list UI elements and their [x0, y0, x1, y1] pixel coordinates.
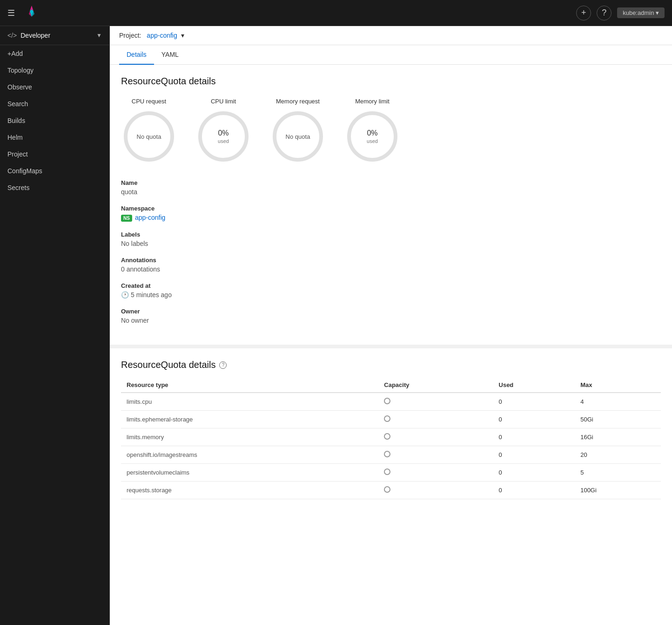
cell-resource: openshift.io/imagestreams: [121, 446, 378, 464]
cell-resource: limits.cpu: [121, 393, 378, 411]
field-created-at-value: 🕐5 minutes ago: [121, 291, 661, 299]
gauge-cpu-limit-text: 0% used: [218, 129, 229, 144]
project-prefix: Project:: [119, 32, 141, 39]
details-section: ResourceQuota details CPU request No quo…: [110, 65, 672, 345]
table-header-row: Resource type Capacity Used Max: [121, 378, 661, 393]
cell-used: 0: [493, 393, 575, 411]
details-title: ResourceQuota details: [121, 76, 661, 87]
sidebar-developer-label: Developer: [20, 32, 96, 39]
developer-icon: </>: [7, 32, 17, 39]
tabs: Details YAML: [110, 45, 672, 65]
cell-resource: limits.memory: [121, 428, 378, 446]
capacity-indicator: [384, 469, 390, 475]
capacity-indicator: [384, 415, 390, 422]
gauge-memory-request: Memory request No quota: [270, 98, 326, 164]
gauge-memory-request-label: Memory request: [276, 98, 320, 105]
cell-capacity: [378, 411, 493, 428]
topbar: ☰ + ? kube:admin ▾: [0, 0, 672, 26]
cell-used: 0: [493, 428, 575, 446]
table-row: limits.memory 0 16Gi: [121, 428, 661, 446]
sidebar-developer[interactable]: </> Developer ▼: [0, 26, 109, 45]
quota-circles: CPU request No quota CPU limit: [121, 98, 661, 164]
cell-capacity: [378, 428, 493, 446]
gauge-memory-limit-text: 0% used: [367, 129, 378, 144]
cell-max: 20: [575, 446, 661, 464]
cell-capacity: [378, 393, 493, 411]
field-owner: Owner No owner: [121, 308, 661, 324]
field-labels-label: Labels: [121, 231, 661, 238]
cell-max: 50Gi: [575, 411, 661, 428]
field-namespace-value: NSapp-config: [121, 214, 661, 222]
field-labels: Labels No labels: [121, 231, 661, 247]
quota-table-title-row: ResourceQuota details ?: [121, 360, 661, 370]
quota-table-section: ResourceQuota details ? Resource type Ca…: [110, 345, 672, 510]
field-created-at: Created at 🕐5 minutes ago: [121, 282, 661, 299]
field-labels-value: No labels: [121, 240, 661, 247]
quota-table-title: ResourceQuota details: [121, 360, 215, 370]
col-used: Used: [493, 378, 575, 393]
gauge-cpu-limit-circle: 0% used: [195, 109, 251, 164]
quota-table: Resource type Capacity Used Max limits.c…: [121, 378, 661, 499]
cell-max: 100Gi: [575, 482, 661, 499]
help-button[interactable]: ?: [597, 6, 612, 20]
gauge-cpu-limit: CPU limit 0% used: [195, 98, 251, 164]
gauge-memory-limit-label: Memory limit: [355, 98, 390, 105]
table-row: requests.storage 0 100Gi: [121, 482, 661, 499]
cell-used: 0: [493, 446, 575, 464]
capacity-indicator: [384, 486, 390, 493]
ns-link[interactable]: app-config: [135, 214, 165, 221]
add-button[interactable]: +: [576, 6, 591, 20]
project-name: app-config: [147, 32, 177, 39]
table-row: limits.ephemeral-storage 0 50Gi: [121, 411, 661, 428]
clock-icon: 🕐: [121, 291, 129, 299]
sidebar-item-search[interactable]: Search: [0, 95, 109, 112]
col-max: Max: [575, 378, 661, 393]
col-resource-type: Resource type: [121, 378, 378, 393]
field-owner-value: No owner: [121, 317, 661, 324]
sidebar-item-secrets[interactable]: Secrets: [0, 179, 109, 196]
sidebar-item-observe[interactable]: Observe: [0, 79, 109, 95]
table-row: persistentvolumeclaims 0 5: [121, 464, 661, 482]
field-annotations-label: Annotations: [121, 257, 661, 264]
sidebar-item-configmaps[interactable]: ConfigMaps: [0, 163, 109, 179]
main-content: Project: app-config ▾ Details YAML Resou…: [110, 26, 672, 625]
gauge-memory-limit-circle: 0% used: [344, 109, 400, 164]
sidebar-item-add[interactable]: +Add: [0, 45, 109, 62]
project-caret-icon: ▾: [181, 32, 184, 39]
capacity-indicator: [384, 451, 390, 457]
gauge-memory-request-circle: No quota: [270, 109, 326, 164]
caret-icon: ▼: [96, 32, 102, 39]
field-annotations-value: 0 annotations: [121, 265, 661, 273]
project-bar: Project: app-config ▾: [110, 26, 672, 45]
tab-yaml[interactable]: YAML: [154, 45, 186, 65]
gauge-cpu-limit-label: CPU limit: [211, 98, 236, 105]
tab-details[interactable]: Details: [119, 45, 154, 65]
gauge-cpu-request-circle: No quota: [121, 109, 177, 164]
app-body: </> Developer ▼ +Add Topology Observe Se…: [0, 26, 672, 625]
cell-used: 0: [493, 411, 575, 428]
cell-resource: persistentvolumeclaims: [121, 464, 378, 482]
col-capacity: Capacity: [378, 378, 493, 393]
cell-resource: requests.storage: [121, 482, 378, 499]
sidebar-item-topology[interactable]: Topology: [0, 62, 109, 79]
sidebar-item-project[interactable]: Project: [0, 146, 109, 163]
cell-resource: limits.ephemeral-storage: [121, 411, 378, 428]
cell-capacity: [378, 446, 493, 464]
capacity-indicator: [384, 433, 390, 440]
project-selector[interactable]: Project: app-config ▾: [119, 32, 184, 39]
quota-help-icon[interactable]: ?: [219, 361, 227, 369]
gauge-cpu-request: CPU request No quota: [121, 98, 177, 164]
sidebar: </> Developer ▼ +Add Topology Observe Se…: [0, 26, 110, 625]
table-row: openshift.io/imagestreams 0 20: [121, 446, 661, 464]
field-name-value: quota: [121, 188, 661, 196]
user-menu-button[interactable]: kube:admin ▾: [617, 7, 665, 18]
gauge-cpu-request-text: No quota: [137, 133, 161, 140]
sidebar-item-builds[interactable]: Builds: [0, 112, 109, 129]
cell-max: 4: [575, 393, 661, 411]
menu-icon[interactable]: ☰: [7, 8, 15, 18]
field-name-label: Name: [121, 179, 661, 186]
sidebar-item-helm[interactable]: Helm: [0, 129, 109, 146]
cell-used: 0: [493, 482, 575, 499]
field-name: Name quota: [121, 179, 661, 196]
topbar-actions: + ? kube:admin ▾: [576, 6, 665, 20]
